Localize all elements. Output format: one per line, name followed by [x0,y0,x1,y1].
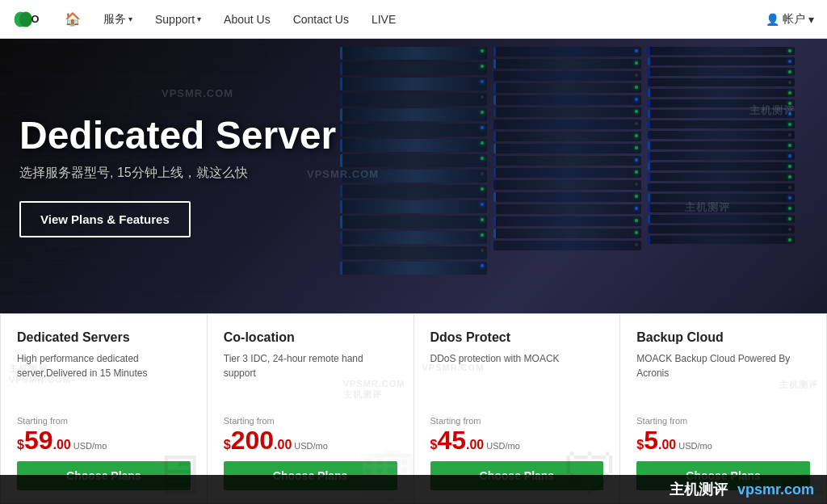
card-starting-1: Starting from [224,416,397,426]
nav-live[interactable]: LIVE [362,6,405,32]
price-decimal-3: .00 [658,438,676,452]
price-usd-3: USD/mo [678,441,712,451]
svg-text:OACK: OACK [31,13,39,25]
home-icon: 🏠 [65,11,81,27]
account-icon: 👤 [766,13,779,26]
price-main-1: 200 [231,427,274,453]
nav-items: 🏠 服务 ▾ Support ▾ About Us Contact Us LIV… [55,5,766,33]
price-currency-1: $ [224,438,231,452]
card-desc-0: High performance dedicated server,Delive… [17,351,191,410]
card-title-1: Co-location [224,330,397,345]
card-title-2: Ddos Protect [430,330,604,345]
bottom-watermark-bar: 主机测评 vpsmr.com [0,475,827,504]
price-usd-1: USD/mo [294,441,328,451]
price-decimal-1: .00 [274,438,292,452]
nav-account[interactable]: 👤 帐户 ▾ [766,12,814,27]
price-decimal-2: .00 [466,438,484,452]
price-usd-2: USD/mo [486,441,520,451]
logo[interactable]: OACK OACK [13,10,39,29]
card-starting-2: Starting from [430,416,604,426]
bottom-watermark-url: vpsmr.com [737,481,814,498]
card-title-0: Dedicated Servers [17,330,191,345]
svg-point-1 [19,11,32,27]
card-title-3: Backup Cloud [636,330,810,345]
price-currency-2: $ [430,438,438,452]
nav-service[interactable]: 服务 ▾ [94,6,142,33]
hero-watermark-1: VPSMR.COM [162,87,233,99]
view-plans-button[interactable]: View Plans & Features [19,201,191,237]
card-desc-3: MOACK Backup Cloud Powered By Acronis [636,351,810,410]
price-main-3: 5 [644,427,658,453]
card-desc-2: DDoS protection with MOACK [430,351,604,410]
price-currency-3: $ [636,438,644,452]
nav-home[interactable]: 🏠 [55,5,90,33]
hero-title: Dedicated Server [19,115,808,158]
nav-support[interactable]: Support ▾ [145,6,211,32]
chevron-down-icon: ▾ [128,15,132,23]
hero-subtitle: 选择服务器型号, 15分钟上线，就这么快 [19,165,808,182]
bottom-watermark-chinese: 主机测评 [670,480,728,499]
price-decimal-0: .00 [53,438,71,452]
nav-contactus[interactable]: Contact Us [283,6,359,32]
price-main-2: 45 [437,427,466,453]
nav-aboutus[interactable]: About Us [214,6,280,32]
price-usd-0: USD/mo [73,441,107,451]
chevron-down-icon: ▾ [808,13,814,26]
price-main-0: 59 [24,427,53,453]
price-currency-0: $ [17,438,24,452]
hero-content: Dedicated Server 选择服务器型号, 15分钟上线，就这么快 Vi… [19,115,808,238]
navbar: OACK OACK 🏠 服务 ▾ Support ▾ About Us Cont… [0,0,827,39]
chevron-down-icon: ▾ [197,15,201,23]
card-starting-0: Starting from [17,416,191,426]
card-starting-3: Starting from [636,416,810,426]
card-desc-1: Tier 3 IDC, 24-hour remote hand support [224,351,397,410]
hero-section: VPSMR.COM VPSMR.COM 主机测评 主机测评 Dedicated … [0,39,827,313]
